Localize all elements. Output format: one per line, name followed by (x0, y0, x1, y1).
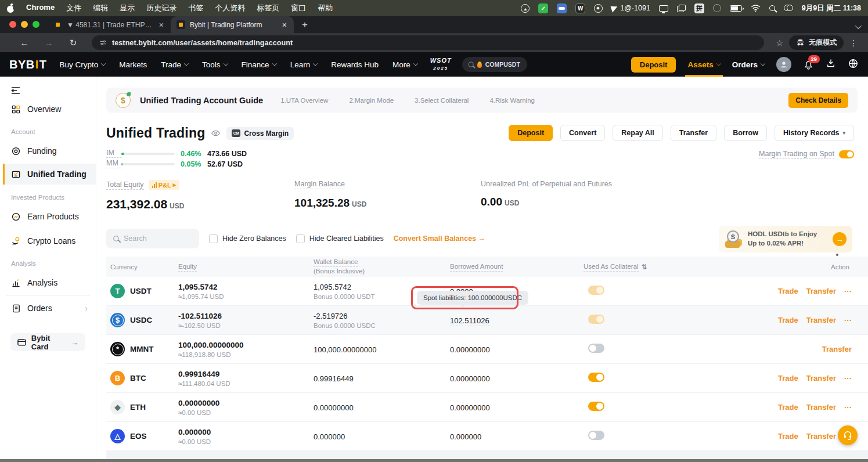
browser-tab-ethperp[interactable]: ▼ 4581.31 | Trade ETHPERP | × (48, 16, 171, 33)
nav-orders-menu[interactable]: Orders (732, 52, 765, 77)
spotlight-search-icon[interactable] (769, 5, 775, 11)
menubar-item-4[interactable]: 历史记录 (146, 3, 177, 13)
sort-icon[interactable]: ⇅ (642, 263, 647, 271)
download-icon[interactable] (826, 58, 836, 71)
sidebar-item-overview[interactable]: Overview (11, 103, 61, 116)
apple-menu-icon[interactable] (7, 4, 15, 13)
notifications-bell[interactable]: 29 (803, 59, 814, 70)
borrow-button[interactable]: Borrow (724, 125, 767, 141)
transfer-link[interactable]: Transfer (806, 287, 836, 295)
battery-icon[interactable] (730, 5, 742, 12)
collateral-toggle[interactable] (588, 344, 604, 353)
close-window-button[interactable] (9, 21, 16, 28)
deposit-button[interactable]: Deposit (509, 125, 553, 141)
col-equity[interactable]: Equity (178, 257, 197, 277)
transfer-link[interactable]: Transfer (806, 316, 836, 324)
collateral-toggle[interactable] (588, 402, 604, 411)
hodl-promo-banner[interactable]: S HODL USDtb to Enjoy Up to 0.02% APR! → (719, 226, 852, 252)
hide-balance-eye-icon[interactable] (211, 128, 221, 138)
trade-link[interactable]: Trade (778, 403, 798, 412)
transfer-button[interactable]: Transfer (671, 125, 716, 141)
support-chat-button[interactable] (838, 425, 858, 445)
menubar-clock[interactable]: 9月9日 周二 11:38 (802, 3, 861, 13)
nav-item-trade[interactable]: Trade (161, 60, 188, 69)
sidebar-item-orders[interactable]: Orders › (11, 302, 96, 315)
more-button[interactable]: ··· (844, 374, 852, 382)
user-switch-icon[interactable] (784, 5, 793, 12)
menubar-item-7[interactable]: 标签页 (257, 3, 279, 13)
trade-link[interactable]: Trade (778, 432, 798, 441)
collateral-toggle[interactable] (588, 431, 604, 440)
bookmark-star-icon[interactable]: ☆ (771, 38, 788, 48)
convert-small-balances-link[interactable]: Convert Small Balances → (394, 234, 485, 243)
tab-close-icon[interactable]: × (158, 21, 165, 29)
sidebar-collapse-button[interactable] (11, 84, 20, 97)
col-collateral[interactable]: Used As Collateral ⇅ (584, 257, 647, 277)
menubar-item-3[interactable]: 显示 (120, 3, 135, 13)
mail-status[interactable]: 1@·1091 (611, 4, 650, 12)
collateral-toggle[interactable] (588, 286, 604, 295)
nav-item-markets[interactable]: Markets (119, 60, 147, 69)
sidebar-item-earn-products[interactable]: Earn Products (11, 210, 79, 223)
more-button[interactable]: ··· (844, 287, 852, 295)
nav-item-rewards-hub[interactable]: Rewards Hub (331, 60, 379, 69)
menubar-item-2[interactable]: 编辑 (93, 3, 108, 13)
check-details-button[interactable]: Check Details (788, 93, 848, 108)
pnl-badge[interactable]: P&L▸ (149, 180, 180, 190)
browser-tab-bybit[interactable]: Bybit | Trading Platform × (171, 16, 294, 33)
nav-item-more[interactable]: More (392, 60, 417, 69)
nav-deposit-button[interactable]: Deposit (631, 57, 676, 73)
hide-zero-checkbox[interactable] (209, 234, 218, 243)
nav-item-finance[interactable]: Finance (242, 60, 276, 69)
input-method-icon[interactable]: 拼 (694, 3, 704, 13)
avatar[interactable] (776, 57, 791, 72)
margin-trading-toggle[interactable] (839, 150, 854, 158)
menubar-item-8[interactable]: 窗口 (291, 3, 306, 13)
bybit-logo[interactable]: BYBIT (9, 58, 47, 71)
hide-cleared-checkbox[interactable] (296, 234, 305, 243)
trade-link[interactable]: Trade (778, 287, 798, 295)
wsot-logo[interactable]: WSOT2025 (430, 57, 452, 71)
transfer-link[interactable]: Transfer (806, 374, 836, 382)
guide-step-2[interactable]: 2.Margin Mode (349, 97, 394, 104)
collateral-toggle[interactable] (588, 315, 604, 324)
nav-item-buy-crypto[interactable]: Buy Crypto (60, 60, 106, 69)
bybit-card-button[interactable]: Bybit Card → (10, 333, 85, 351)
tab-close-icon[interactable]: × (281, 21, 288, 29)
col-borrowed[interactable]: Borrowed Amount (450, 257, 503, 277)
browser-menu-icon[interactable]: ⋮ (845, 38, 862, 48)
sidebar-item-analysis[interactable]: Analysis (11, 276, 57, 289)
new-tab-button[interactable]: + (294, 19, 316, 31)
nav-item-tools[interactable]: Tools (202, 60, 228, 69)
proxy-status-icon[interactable] (521, 4, 530, 13)
history-records-button[interactable]: History Records ▾ (775, 125, 854, 141)
trade-link[interactable]: Trade (778, 316, 798, 324)
nav-search-pill[interactable]: COMPUSDT (462, 57, 527, 72)
more-button[interactable]: ··· (844, 316, 852, 324)
guide-step-1[interactable]: 1.UTA Overview (280, 97, 328, 104)
address-bar[interactable]: testnet.bybit.com/user/assets/home/tradi… (92, 35, 764, 50)
collateral-toggle[interactable] (588, 373, 604, 382)
nav-item-learn[interactable]: Learn (290, 60, 318, 69)
asset-search-input[interactable]: Search (106, 229, 199, 248)
transfer-link[interactable]: Transfer (806, 403, 836, 412)
nav-assets-menu[interactable]: Assets (687, 52, 720, 77)
sidebar-item-unified-trading[interactable]: Unified Trading (11, 168, 87, 181)
cloud-status-icon[interactable] (557, 3, 567, 13)
more-button[interactable]: ··· (844, 403, 852, 412)
guide-step-4[interactable]: 4.Risk Warning (489, 97, 535, 104)
menubar-item-1[interactable]: 文件 (66, 3, 81, 13)
transfer-link[interactable]: Transfer (822, 345, 852, 353)
mission-control-icon[interactable] (677, 5, 686, 12)
tab-search-chevron-icon[interactable] (855, 23, 862, 29)
w-app-status-icon[interactable]: W (575, 3, 585, 13)
menubar-item-9[interactable]: 帮助 (318, 3, 333, 13)
menubar-item-0[interactable]: Chrome (26, 3, 55, 13)
language-globe-icon[interactable] (848, 58, 859, 71)
menubar-item-5[interactable]: 书签 (188, 3, 203, 13)
col-wallet-balance[interactable]: Wallet Balance (Bonus Inclusive) (314, 257, 365, 277)
promo-arrow-button[interactable]: → (833, 232, 847, 246)
sidebar-item-funding[interactable]: Funding (11, 145, 57, 157)
site-info-icon[interactable] (99, 39, 107, 46)
convert-button[interactable]: Convert (560, 125, 605, 141)
